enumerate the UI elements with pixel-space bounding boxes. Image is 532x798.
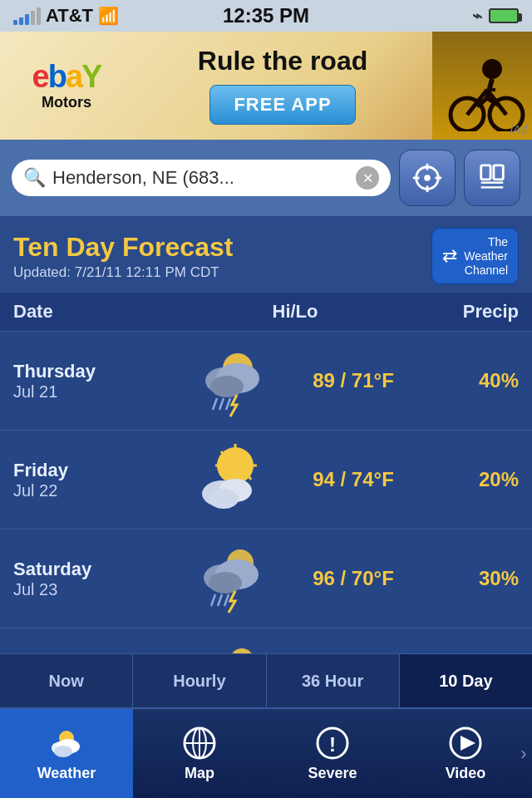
search-input-wrap[interactable]: 🔍 Henderson, NE (683... ✕	[12, 160, 391, 196]
storm2-icon	[192, 541, 267, 616]
iad-label: iAd	[510, 123, 527, 136]
table-row[interactable]: Friday Jul 22 94 / 74°F 20%	[0, 431, 532, 530]
row-precip: 20%	[427, 468, 519, 491]
ad-logo: ebaY Motors	[0, 52, 133, 120]
map-nav-icon	[181, 725, 218, 761]
search-bar: 🔍 Henderson, NE (683... ✕	[0, 140, 532, 216]
svg-rect-17	[494, 165, 503, 180]
svg-point-23	[210, 376, 244, 397]
row-date: Saturday Jul 23	[13, 559, 180, 599]
bike-silhouette-icon	[444, 40, 527, 131]
table-row[interactable]: Thursday Jul 21 89 / 71°F 40%	[0, 332, 532, 431]
nav-map[interactable]: Map	[133, 709, 266, 798]
svg-line-42	[218, 594, 222, 606]
row-precip: 40%	[427, 369, 519, 392]
row-date: Friday Jul 22	[13, 460, 180, 500]
col-precip-header: Precip	[411, 301, 519, 323]
ad-headline: Rule the road	[198, 47, 367, 76]
ebay-motors-label: Motors	[42, 94, 91, 111]
tab-bar: Now Hourly 36 Hour 10 Day	[0, 653, 532, 708]
svg-point-40	[209, 572, 242, 594]
wifi-icon: 📶	[98, 6, 119, 26]
svg-line-41	[211, 594, 215, 606]
bottom-nav: Weather Map ! Severe Video ›	[0, 708, 532, 798]
bookmarks-button[interactable]	[464, 150, 520, 206]
nav-weather[interactable]: Weather	[0, 709, 133, 798]
carrier-label: AT&T	[46, 5, 93, 27]
partly-cloudy-icon	[192, 442, 267, 517]
signal-bars	[13, 7, 41, 25]
row-date: Thursday Jul 21	[13, 361, 180, 401]
row-icon-col	[180, 541, 279, 616]
row-hilo: 89 / 71°F	[279, 369, 427, 392]
col-hilo-header: Hi/Lo	[180, 301, 411, 323]
row-precip: 30%	[427, 567, 519, 590]
row-icon-col	[180, 442, 279, 517]
nav-map-label: Map	[185, 765, 214, 782]
weather-nav-icon	[48, 725, 85, 761]
svg-rect-16	[481, 165, 490, 180]
svg-point-6	[482, 59, 502, 79]
free-app-button[interactable]: FREE APP	[209, 85, 355, 125]
bookmarks-icon	[476, 162, 508, 194]
status-left: AT&T 📶	[13, 5, 119, 27]
crosshair-icon	[411, 162, 443, 194]
nav-chevron-icon[interactable]: ›	[515, 709, 532, 799]
svg-point-54	[54, 746, 72, 757]
row-hilo: 96 / 70°F	[279, 567, 427, 590]
table-row[interactable]: Saturday Jul 23 96 / 70°F 30%	[0, 530, 532, 628]
storm-icon	[192, 343, 267, 418]
forecast-updated: Updated: 7/21/11 12:11 PM CDT	[13, 264, 233, 281]
battery-icon	[489, 8, 519, 23]
weather-channel-label: TheWeatherChannel	[464, 235, 508, 277]
weather-channel-button[interactable]: ⇄ TheWeatherChannel	[431, 228, 519, 284]
svg-line-25	[219, 398, 224, 410]
svg-line-24	[213, 398, 217, 410]
forecast-title: Ten Day Forecast	[13, 232, 233, 263]
location-button[interactable]	[399, 150, 456, 206]
ad-content[interactable]: Rule the road FREE APP	[133, 47, 432, 124]
clear-search-button[interactable]: ✕	[356, 166, 379, 190]
status-bar: AT&T 📶 12:35 PM ⌁	[0, 0, 532, 32]
tab-now[interactable]: Now	[0, 654, 133, 707]
forecast-title-group: Ten Day Forecast Updated: 7/21/11 12:11 …	[13, 232, 233, 281]
severe-nav-icon: !	[314, 725, 351, 761]
nav-weather-label: Weather	[37, 765, 96, 782]
table-header: Date Hi/Lo Precip	[0, 293, 532, 332]
svg-point-11	[424, 175, 431, 181]
svg-line-26	[226, 398, 230, 410]
row-icon-col	[180, 343, 279, 418]
status-right: ⌁	[472, 6, 519, 26]
search-input[interactable]: Henderson, NE (683...	[52, 167, 349, 189]
nav-severe-label: Severe	[308, 765, 357, 782]
svg-text:!: !	[329, 733, 336, 756]
time-display: 12:35 PM	[223, 4, 309, 27]
forecast-header: Ten Day Forecast Updated: 7/21/11 12:11 …	[0, 216, 532, 293]
svg-marker-62	[461, 736, 475, 751]
col-date-header: Date	[13, 301, 180, 323]
bluetooth-icon: ⌁	[472, 6, 482, 26]
svg-point-36	[209, 489, 239, 509]
arrows-icon: ⇄	[442, 245, 457, 267]
row-hilo: 94 / 74°F	[279, 468, 427, 491]
tab-36hour[interactable]: 36 Hour	[267, 654, 400, 707]
tab-hourly[interactable]: Hourly	[133, 654, 266, 707]
ad-image: iAd	[432, 32, 532, 140]
ad-banner[interactable]: ebaY Motors Rule the road FREE APP iAd	[0, 32, 532, 140]
search-icon: 🔍	[23, 167, 46, 189]
ebay-logo: ebaY	[32, 61, 101, 92]
tab-10day[interactable]: 10 Day	[400, 654, 532, 707]
svg-line-43	[224, 594, 229, 606]
nav-severe[interactable]: ! Severe	[266, 709, 399, 798]
nav-video-label: Video	[446, 765, 486, 782]
video-nav-icon	[447, 725, 484, 761]
nav-video[interactable]: Video	[399, 709, 532, 798]
